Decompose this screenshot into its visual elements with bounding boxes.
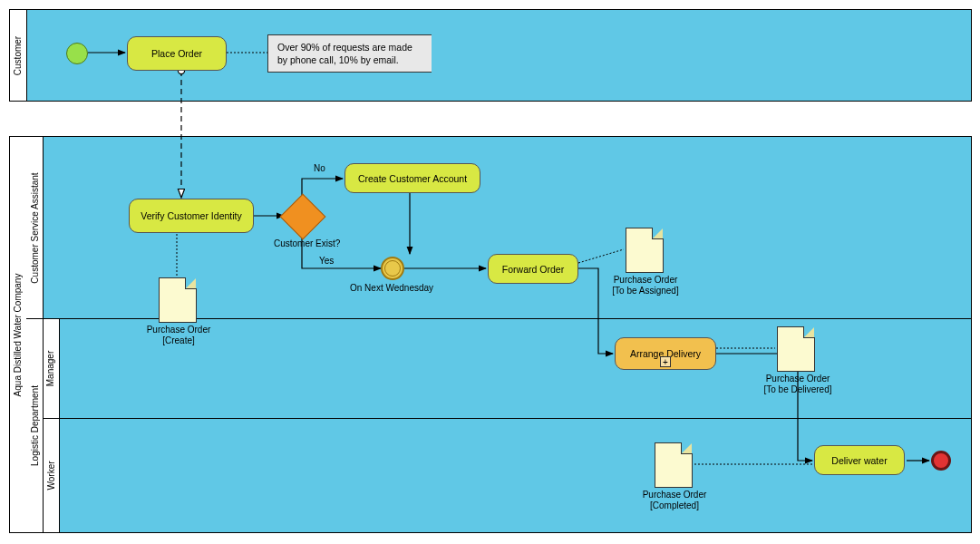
annotation: Over 90% of requests are made by phone c… bbox=[267, 34, 432, 73]
task-forward[interactable]: Forward Order bbox=[488, 254, 578, 284]
gateway-label: Customer Exist? bbox=[274, 238, 340, 248]
lane-logistic: Logistic Department bbox=[26, 318, 44, 532]
task-arrange[interactable]: Arrange Delivery + bbox=[615, 337, 716, 370]
doc-assigned-label: Purchase Order[To be Assigned] bbox=[604, 275, 687, 296]
flow-yes-label: Yes bbox=[319, 256, 334, 266]
lane-manager: Manager bbox=[43, 318, 60, 418]
task-verify[interactable]: Verify Customer Identity bbox=[129, 199, 254, 233]
lane-csa: Customer Service Assistant bbox=[26, 137, 44, 318]
company-pool-label: Aqua Distilled Water Company bbox=[10, 137, 27, 532]
flow-no-label: No bbox=[314, 163, 325, 173]
task-place-order[interactable]: Place Order bbox=[127, 36, 227, 71]
doc-create-label: Purchase Order[Create] bbox=[143, 325, 214, 346]
timer-event[interactable] bbox=[381, 257, 404, 280]
doc-delivered-label: Purchase Order[To be Delivered] bbox=[754, 374, 841, 395]
doc-create[interactable] bbox=[159, 277, 197, 323]
task-create-account[interactable]: Create Customer Account bbox=[344, 163, 480, 193]
subprocess-marker-icon: + bbox=[660, 356, 671, 367]
doc-completed[interactable] bbox=[655, 442, 693, 488]
timer-label: On Next Wednesday bbox=[350, 283, 433, 293]
doc-assigned[interactable] bbox=[626, 228, 664, 273]
doc-completed-label: Purchase Order[Completed] bbox=[635, 490, 714, 511]
doc-delivered[interactable] bbox=[777, 326, 815, 372]
end-event[interactable] bbox=[931, 451, 951, 471]
customer-pool-label: Customer bbox=[10, 10, 27, 101]
start-event[interactable] bbox=[66, 43, 88, 64]
lane-worker: Worker bbox=[43, 418, 60, 532]
task-deliver[interactable]: Deliver water bbox=[814, 445, 905, 475]
